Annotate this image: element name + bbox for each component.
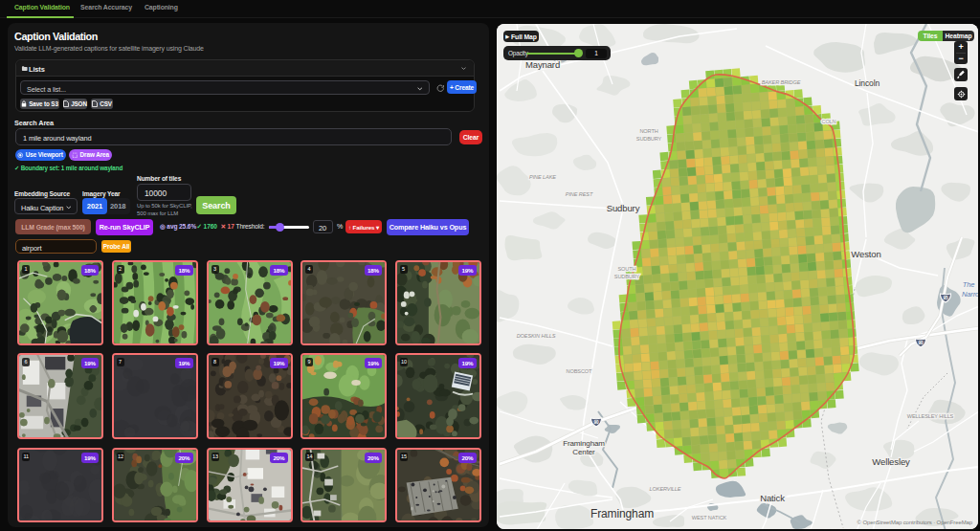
svg-text:Maynard: Maynard	[525, 59, 560, 70]
svg-text:PINE LAKE: PINE LAKE	[529, 174, 556, 180]
svg-text:Weston: Weston	[851, 249, 880, 259]
svg-text:DOESKIN HILLS: DOESKIN HILLS	[517, 333, 556, 339]
svg-text:90: 90	[594, 420, 599, 425]
svg-text:SUDBURY: SUDBURY	[636, 136, 662, 142]
svg-text:© OpenStreetMap contributors ·: © OpenStreetMap contributors · OpenFreeM…	[858, 520, 973, 525]
svg-text:South Natick: South Natick	[811, 527, 850, 529]
svg-text:90: 90	[919, 341, 924, 345]
svg-text:PINE REST: PINE REST	[566, 191, 593, 197]
svg-text:WEST NATICK: WEST NATICK	[692, 515, 727, 520]
svg-text:Framingham: Framingham	[563, 439, 605, 448]
svg-text:Wellesley: Wellesley	[872, 456, 910, 467]
svg-text:COLN: COLN	[821, 119, 835, 124]
svg-text:SUDBURY: SUDBURY	[614, 274, 640, 279]
svg-text:NORTH: NORTH	[639, 128, 657, 134]
svg-text:95: 95	[944, 296, 948, 300]
svg-text:Center: Center	[572, 448, 595, 456]
svg-text:Lincoln: Lincoln	[855, 78, 880, 88]
svg-text:SOUTH: SOUTH	[618, 266, 636, 272]
svg-text:The: The	[963, 280, 975, 289]
svg-text:NOBSCOT: NOBSCOT	[567, 368, 593, 374]
svg-text:WELLESLEY HILLS: WELLESLEY HILLS	[907, 413, 954, 419]
svg-text:BAKER BRIDGE: BAKER BRIDGE	[762, 79, 801, 85]
svg-text:Sudbury: Sudbury	[607, 203, 640, 213]
svg-text:LOKERVILLE: LOKERVILLE	[650, 486, 681, 492]
svg-text:Framingham: Framingham	[590, 507, 654, 520]
svg-text:Natick: Natick	[760, 493, 785, 503]
svg-text:Narro: Narro	[962, 290, 978, 299]
